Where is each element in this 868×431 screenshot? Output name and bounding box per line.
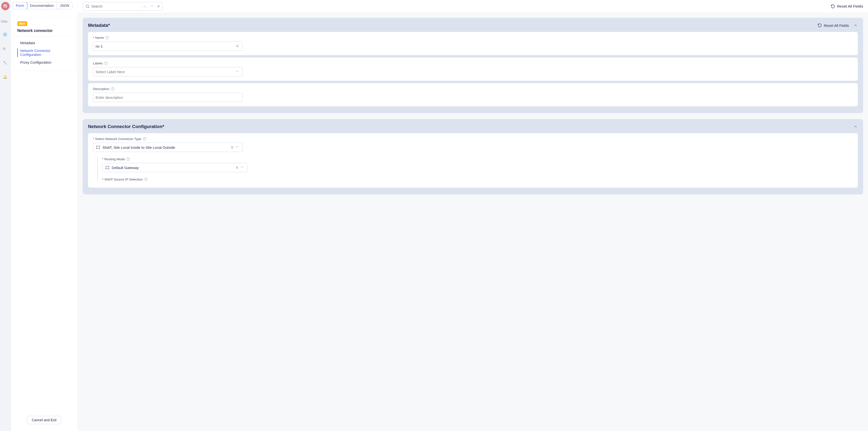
svg-point-8 — [105, 168, 106, 169]
nav-item-metadata[interactable]: Metadata — [13, 39, 75, 47]
help-icon[interactable]: ? — [144, 178, 148, 181]
card-labels: Labels ? ﹀ — [88, 58, 858, 81]
svg-point-0 — [86, 5, 89, 7]
svg-point-4 — [96, 148, 97, 149]
reset-all-fields-metadata[interactable]: Reset All Fields — [817, 23, 849, 28]
svg-point-6 — [105, 166, 106, 166]
cancel-and-exit-button[interactable]: Cancel and Exit — [27, 416, 61, 424]
tab-form[interactable]: Form — [13, 2, 27, 9]
modal-panel: Form Documentation JSON New Network conn… — [11, 0, 868, 431]
content-scroll[interactable]: Metadata* Reset All Fields * Name ? — [78, 13, 868, 431]
search-next-icon[interactable]: ﹀ — [149, 4, 155, 9]
nested-routing: * Routing Mode ? ✕ ﹀ — [97, 157, 853, 181]
network-icon — [96, 145, 100, 150]
topbar: ︿ ﹀ ✕ Reset All Fields — [78, 0, 868, 13]
name-label: * Name ? — [93, 36, 853, 39]
routing-mode-value[interactable] — [112, 165, 235, 170]
chevron-up-icon[interactable] — [854, 23, 858, 28]
section-title-metadata: Metadata* — [88, 23, 817, 28]
reset-icon — [831, 4, 835, 8]
svg-point-3 — [99, 146, 100, 146]
left-column: Form Documentation JSON New Network conn… — [11, 0, 78, 431]
routing-mode-select[interactable]: ✕ ﹀ — [102, 163, 248, 172]
svg-point-2 — [96, 146, 97, 146]
description-input-wrap[interactable] — [93, 93, 243, 102]
help-icon[interactable]: ? — [104, 62, 107, 65]
globe-icon: 🌐 — [3, 32, 8, 37]
section-ncc: Network Connector Configuration* * Selec… — [83, 119, 863, 194]
snat-source-label: * SNAT Source IP Selection ? — [102, 178, 853, 181]
card-description: Description ? — [88, 83, 858, 106]
f5-logo: f5 — [1, 2, 9, 10]
reset-label: Reset All Fields — [824, 23, 849, 28]
section-title-ncc: Network Connector Configuration* — [88, 124, 854, 129]
wrench-icon: 🔧 — [3, 61, 8, 66]
svg-point-5 — [99, 148, 100, 149]
connector-type-select[interactable]: ✕ ﹀ — [93, 143, 243, 152]
nav-item-proxy-configuration[interactable]: Proxy Configuration — [13, 59, 75, 66]
routing-mode-label: * Routing Mode ? — [102, 157, 853, 161]
left-footer: Cancel and Exit — [11, 411, 78, 431]
reset-icon — [817, 23, 822, 28]
section-metadata: Metadata* Reset All Fields * Name ? — [83, 18, 863, 113]
reset-all-fields-label: Reset All Fields — [837, 4, 863, 8]
svg-point-7 — [108, 166, 109, 166]
help-icon[interactable]: ? — [126, 158, 130, 161]
labels-select[interactable]: ﹀ — [93, 67, 243, 76]
network-icon — [105, 165, 110, 170]
labels-input[interactable] — [96, 70, 235, 74]
search-close-icon[interactable]: ✕ — [156, 4, 161, 9]
svg-point-9 — [108, 168, 109, 169]
labels-label: Labels ? — [93, 61, 853, 65]
name-input[interactable] — [96, 44, 235, 48]
connector-type-value[interactable] — [102, 145, 229, 150]
help-icon[interactable]: ? — [111, 87, 114, 91]
nav-title: Network connector — [17, 29, 71, 33]
search-input[interactable] — [91, 4, 141, 8]
bell-icon: 🔔 — [3, 75, 8, 80]
clear-icon[interactable]: ✕ — [235, 165, 240, 170]
chevron-down-icon[interactable]: ﹀ — [235, 69, 240, 74]
tab-documentation[interactable]: Documentation — [27, 2, 57, 9]
chevron-up-icon[interactable] — [854, 124, 858, 129]
svg-line-1 — [88, 7, 89, 8]
nav-divider — [13, 36, 75, 37]
search-icon — [85, 4, 90, 8]
clear-icon[interactable]: ✕ — [229, 145, 235, 150]
new-badge: New — [17, 21, 27, 26]
card-name: * Name ? ✕ — [88, 32, 858, 55]
reset-all-fields-top[interactable]: Reset All Fields — [831, 4, 863, 8]
description-label: Description ? — [93, 87, 853, 91]
help-icon[interactable]: ? — [143, 137, 146, 141]
description-input[interactable] — [96, 95, 240, 99]
clear-icon[interactable]: ✕ — [235, 44, 240, 49]
card-connector-type: * Select Network Connector Type ? ✕ ﹀ — [88, 133, 858, 188]
tab-json[interactable]: JSON — [57, 2, 72, 9]
search-prev-icon[interactable]: ︿ — [143, 4, 148, 9]
help-icon[interactable]: ? — [105, 36, 109, 39]
section-nav-card: New Network connector Metadata Network C… — [13, 17, 75, 71]
nav-item-network-connector-configuration[interactable]: Network Connector Configuration — [13, 47, 75, 59]
name-input-wrap[interactable]: ✕ — [93, 41, 243, 51]
chevron-down-icon[interactable]: ﹀ — [235, 145, 240, 150]
bg-text: Clou — [0, 20, 10, 23]
search-field[interactable]: ︿ ﹀ ✕ — [83, 2, 163, 11]
view-tabs: Form Documentation JSON — [11, 0, 78, 11]
connector-type-label: * Select Network Connector Type ? — [93, 137, 853, 141]
background-app-sidebar: f5 Clou 🌐 ⧉ 🔧 🔔 — [0, 0, 11, 431]
chevron-down-icon[interactable]: ﹀ — [240, 165, 245, 170]
binary-icon: ⧉ — [3, 47, 8, 52]
search-nav-controls: ︿ ﹀ ✕ — [141, 2, 162, 10]
main-column: ︿ ﹀ ✕ Reset All Fields Metadata* — [78, 0, 868, 431]
